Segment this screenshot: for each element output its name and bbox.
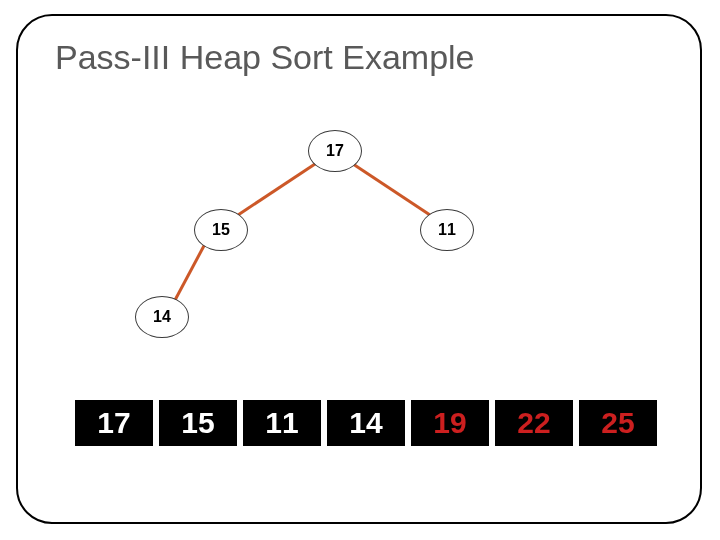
tree-node-root: 17 [308,130,362,172]
edge-left-leftleft [174,242,206,302]
tree-node-left: 15 [194,209,248,251]
tree-edges [0,0,720,540]
edge-root-right [350,162,430,215]
tree-node-left-left: 14 [135,296,189,338]
edge-root-left [238,162,318,215]
tree-node-right: 11 [420,209,474,251]
